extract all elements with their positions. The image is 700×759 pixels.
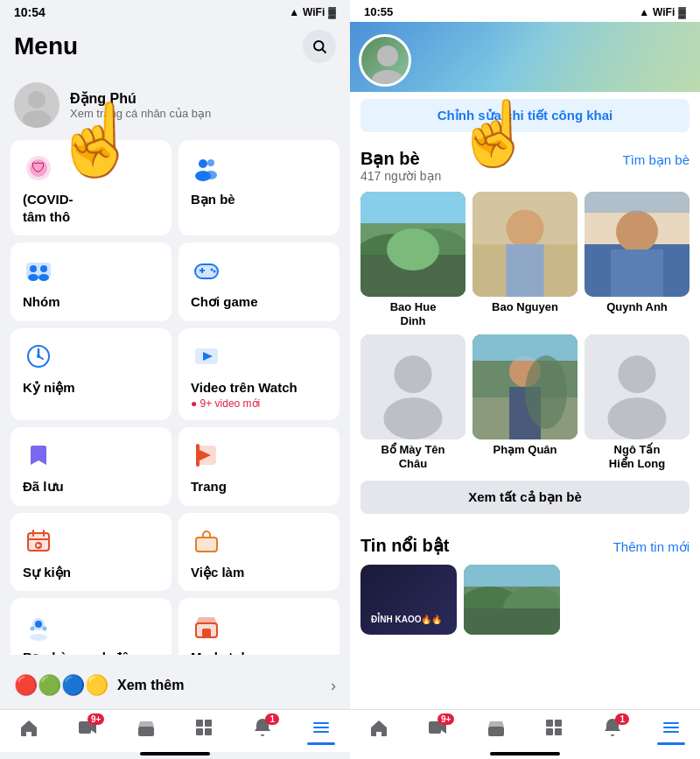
svg-rect-55 — [205, 728, 212, 735]
svg-rect-19 — [201, 268, 203, 273]
menu-item-covid[interactable]: 🛡 (COVID-tâm thô — [10, 140, 172, 235]
right-time: 10:55 — [364, 5, 393, 18]
right-nav-store[interactable] — [466, 717, 525, 738]
svg-point-12 — [30, 265, 37, 272]
friend-name-bo-may-ten-chau: Bổ Mày TênChâu — [381, 443, 444, 470]
svg-point-86 — [618, 355, 655, 393]
svg-rect-70 — [506, 244, 543, 297]
highlight-card-outdoor[interactable] — [464, 565, 560, 635]
highlight-card-dinh-kaoo[interactable]: ĐỈNH KAOO🔥🔥 — [360, 565, 457, 635]
nav-group[interactable] — [175, 717, 234, 738]
chevron-down-icon: › — [331, 677, 336, 695]
friend-card-ngo-tan-hien-long[interactable]: Ngô TấnHiển Long — [584, 334, 690, 470]
menu-item-memories[interactable]: Kỷ niệm — [10, 328, 172, 421]
menu-item-saved[interactable]: Đã lưu — [10, 427, 172, 506]
menu-item-watch[interactable]: Video trên Watch ● 9+ video mới — [178, 328, 340, 421]
menu-label-groups: Nhóm — [23, 293, 159, 311]
svg-text:🛡: 🛡 — [32, 160, 46, 175]
right-nav-home[interactable] — [350, 717, 409, 738]
friend-image-bo-may-ten-chau — [360, 334, 466, 439]
menu-item-nearby[interactable]: Bạn bè quanh đây — [10, 598, 172, 655]
nav-home[interactable] — [0, 717, 59, 738]
saved-icon — [23, 439, 54, 471]
find-friends-link[interactable]: Tìm bạn bè — [622, 152, 690, 168]
menu-item-groups[interactable]: Nhóm — [10, 242, 172, 321]
nav-store[interactable] — [116, 717, 175, 738]
menu-item-games[interactable]: Chơi game — [178, 242, 340, 321]
nav-video[interactable]: 9+ — [59, 717, 117, 738]
see-more-label: Xem thêm — [117, 678, 322, 693]
svg-point-60 — [372, 70, 403, 87]
friend-card-bao-nguyen[interactable]: Bao Nguyen — [472, 192, 578, 327]
left-header: Menu — [0, 23, 350, 74]
svg-rect-100 — [555, 728, 562, 735]
battery-icon: ▓ — [328, 6, 336, 18]
watch-sublabel: ● 9+ video mới — [191, 397, 327, 410]
friend-image-bao-nguyen — [472, 192, 578, 297]
svg-point-84 — [525, 355, 567, 429]
svg-point-2 — [28, 91, 46, 109]
search-button[interactable] — [303, 30, 336, 63]
svg-rect-83 — [472, 334, 578, 361]
right-bottom-nav: 9+ 1 — [350, 709, 700, 752]
nav-menu[interactable] — [291, 717, 350, 738]
bell-badge: 1 — [265, 713, 279, 725]
friend-card-pham-quan[interactable]: Phạm Quân — [472, 334, 578, 470]
nearby-icon — [23, 610, 54, 642]
svg-rect-101 — [663, 722, 679, 724]
video-badge: 9+ — [88, 713, 104, 725]
right-nav-menu[interactable] — [641, 717, 700, 738]
see-more-row[interactable]: 🔴🟢🔵🟡 Xem thêm › — [0, 662, 350, 709]
left-status-bar: 10:54 ▲ WiFi ▓ — [0, 0, 350, 23]
menu-item-events[interactable]: Sự kiện — [10, 513, 172, 592]
signal-icon: ▲ — [289, 6, 299, 18]
svg-rect-53 — [205, 720, 212, 727]
nav-bell[interactable]: 1 — [234, 717, 292, 738]
games-icon — [191, 255, 222, 286]
friend-image-ngo-tan-hien-long — [584, 334, 690, 439]
right-nav-video[interactable]: 9+ — [409, 717, 467, 738]
svg-rect-51 — [144, 730, 149, 736]
right-nav-group[interactable] — [525, 717, 584, 738]
right-wifi-icon: WiFi — [653, 6, 675, 18]
svg-rect-57 — [313, 727, 329, 728]
friend-name-quynh-anh: Quynh Anh — [606, 300, 668, 314]
friend-image-quynh-anh — [584, 192, 690, 297]
friend-name-bao-hue-dinh: Bao HueDinh — [390, 300, 437, 327]
right-nav-active-indicator — [657, 742, 685, 745]
svg-point-15 — [38, 274, 49, 281]
highlights-grid: ĐỈNH KAOO🔥🔥 — [350, 559, 700, 640]
see-all-friends-button[interactable]: Xem tất cả bạn bè — [360, 481, 690, 514]
svg-rect-99 — [546, 728, 553, 735]
highlight-text-dinh-kaoo: ĐỈNH KAOO🔥🔥 — [371, 615, 442, 624]
right-nav-bell[interactable]: 1 — [584, 717, 642, 738]
svg-point-21 — [214, 271, 216, 273]
svg-point-69 — [506, 209, 543, 247]
svg-rect-92 — [464, 565, 560, 587]
friend-card-bao-hue-dinh[interactable]: Bao HueDinh — [360, 192, 466, 327]
svg-point-13 — [40, 265, 47, 272]
svg-point-73 — [616, 211, 658, 253]
profile-sub: Xem trang cá nhân của bạn — [70, 107, 211, 120]
memories-icon — [23, 341, 54, 372]
menu-label-events: Sự kiện — [23, 564, 159, 581]
svg-rect-103 — [663, 731, 679, 733]
menu-item-marketplace[interactable]: Marketplace — [178, 598, 340, 655]
svg-rect-66 — [360, 192, 466, 223]
pages-icon — [191, 439, 222, 471]
menu-label-friends: Bạn bè — [191, 191, 327, 208]
menu-item-jobs[interactable]: Việc làm — [178, 513, 340, 592]
friend-card-bo-may-ten-chau[interactable]: Bổ Mày TênChâu — [360, 334, 466, 470]
friend-image-bao-hue-dinh — [360, 192, 466, 297]
profile-row[interactable]: Đặng Phú Xem trang cá nhân của bạn — [0, 74, 350, 140]
svg-point-14 — [28, 274, 38, 281]
add-highlight-link[interactable]: Thêm tin mới — [613, 539, 690, 555]
svg-point-59 — [377, 46, 398, 67]
svg-rect-38 — [196, 538, 217, 552]
menu-label-watch: Video trên Watch — [191, 379, 327, 397]
friend-card-quynh-anh[interactable]: Quynh Anh — [584, 192, 690, 327]
menu-item-friends[interactable]: Bạn bè — [178, 140, 340, 235]
menu-item-pages[interactable]: Trang — [178, 427, 340, 506]
edit-details-button[interactable]: Chỉnh sửa chi tiết công khai — [360, 99, 690, 132]
svg-point-43 — [31, 627, 35, 631]
